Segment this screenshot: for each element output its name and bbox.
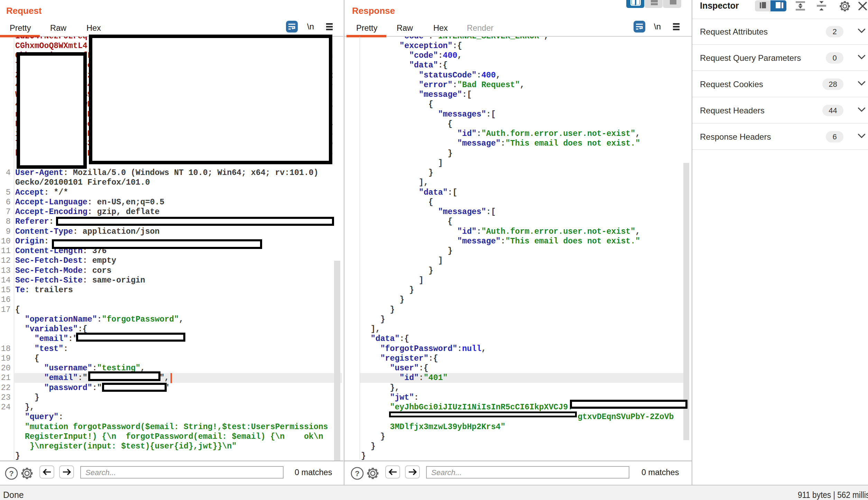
svg-text:?: ? bbox=[9, 469, 13, 478]
svg-text:?: ? bbox=[355, 469, 359, 478]
